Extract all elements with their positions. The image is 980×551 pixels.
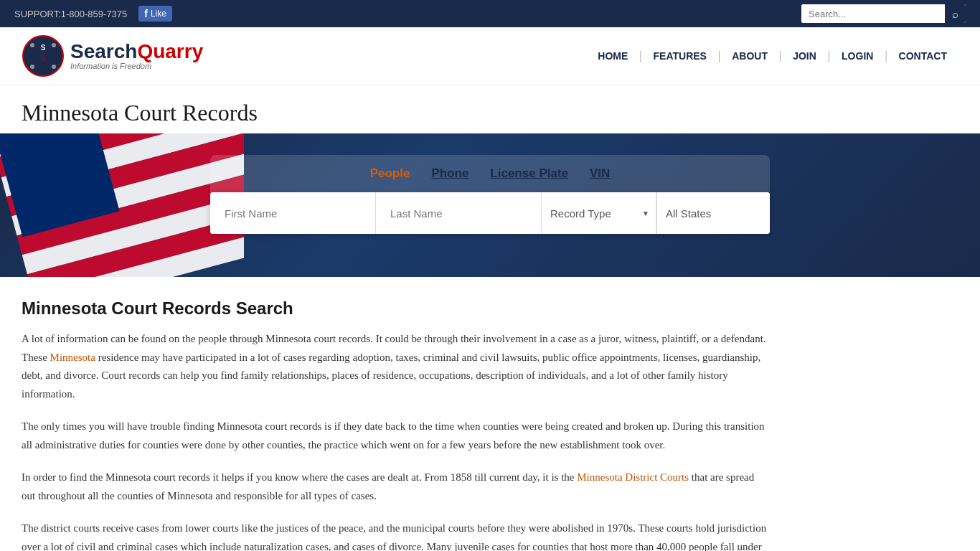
- record-type-wrapper: Record Type Criminal Civil Arrest: [542, 192, 657, 234]
- logo-tagline: Information is Freedom: [70, 62, 203, 70]
- content-area: Minnesota Court Records Search A lot of …: [0, 277, 789, 551]
- main-nav: HOME | FEATURES | ABOUT | JOIN | LOGIN |…: [586, 50, 958, 62]
- content-para-1: A lot of information can be found on the…: [22, 330, 768, 403]
- page-title: Minnesota Court Records: [22, 100, 958, 126]
- tab-license-plate[interactable]: License Plate: [490, 164, 568, 184]
- nav-join[interactable]: JOIN: [781, 50, 828, 62]
- link-district-courts[interactable]: Minnesota District Courts: [577, 471, 689, 483]
- fb-like-label: Like: [151, 9, 166, 19]
- logo-area: S Q SearchQuarry Information is Freedom: [22, 34, 203, 77]
- search-form: Record Type Criminal Civil Arrest All St…: [210, 192, 770, 234]
- first-name-input[interactable]: [210, 192, 376, 234]
- states-select-wrapper: All States Minnesota Alabama Alaska: [657, 192, 770, 234]
- tab-people[interactable]: People: [370, 164, 410, 184]
- tab-vin[interactable]: VIN: [590, 164, 610, 184]
- hero-banner: People Phone License Plate VIN Record Ty…: [0, 133, 980, 277]
- support-text: SUPPORT:1-800-859-7375: [14, 9, 127, 19]
- top-search-bar[interactable]: ⌕: [801, 4, 966, 23]
- flag-overlay: [0, 133, 244, 277]
- content-para-4: The district courts receive cases from l…: [22, 519, 768, 551]
- top-bar: SUPPORT:1-800-859-7375 f Like ⌕: [0, 0, 980, 27]
- nav-features[interactable]: FEATURES: [642, 50, 718, 62]
- content-para-3: In order to find the Minnesota court rec…: [22, 468, 768, 505]
- top-search-input[interactable]: [801, 4, 945, 23]
- svg-point-4: [52, 43, 56, 47]
- svg-text:S: S: [41, 44, 46, 52]
- logo-text: SearchQuarry Information is Freedom: [70, 42, 203, 70]
- content-para-2: The only times you will have trouble fin…: [22, 418, 768, 454]
- search-tabs-row: People Phone License Plate VIN: [210, 155, 770, 192]
- nav-contact[interactable]: CONTACT: [887, 50, 958, 62]
- svg-text:Q: Q: [40, 54, 45, 61]
- logo-icon: S Q: [22, 34, 65, 77]
- nav-home[interactable]: HOME: [586, 50, 639, 62]
- content-section-title: Minnesota Court Records Search: [22, 298, 768, 319]
- link-minnesota[interactable]: Minnesota: [50, 352, 95, 363]
- last-name-input[interactable]: [376, 192, 542, 234]
- fb-icon: f: [144, 8, 148, 19]
- nav-about[interactable]: ABOUT: [720, 50, 779, 62]
- record-type-select[interactable]: Record Type Criminal Civil Arrest: [542, 192, 656, 234]
- svg-point-5: [30, 65, 34, 69]
- header: S Q SearchQuarry Information is Freedom …: [0, 27, 980, 85]
- search-tabs-container: People Phone License Plate VIN Record Ty…: [210, 155, 770, 234]
- logo-quarry-text: Quarry: [137, 40, 203, 62]
- svg-point-6: [52, 65, 56, 69]
- logo-search-text: Search: [70, 40, 137, 62]
- logo-brand: SearchQuarry: [70, 42, 203, 62]
- fb-like-button[interactable]: f Like: [138, 6, 172, 22]
- top-search-button[interactable]: ⌕: [945, 4, 966, 23]
- page-title-area: Minnesota Court Records: [0, 85, 980, 133]
- svg-point-3: [30, 43, 34, 47]
- nav-login[interactable]: LOGIN: [830, 50, 885, 62]
- states-select[interactable]: All States Minnesota Alabama Alaska: [657, 192, 770, 234]
- tab-phone[interactable]: Phone: [431, 164, 468, 184]
- top-bar-left: SUPPORT:1-800-859-7375 f Like: [14, 6, 172, 22]
